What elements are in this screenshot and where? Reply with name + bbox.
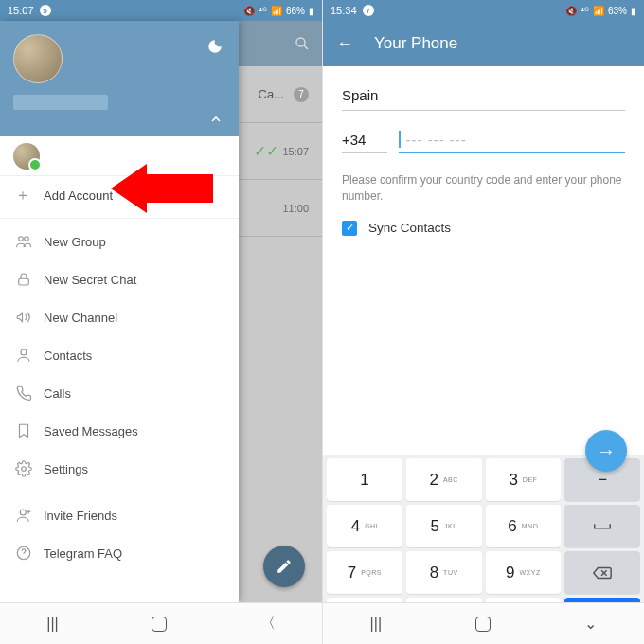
battery-icon: ▮ [631, 6, 636, 16]
system-navbar: ||| ⌄ [323, 602, 644, 644]
read-checks-icon: ✓✓ [254, 142, 278, 160]
phone-number-field[interactable]: --- --- --- [399, 126, 625, 153]
key-space[interactable] [564, 505, 640, 547]
drawer-item-label: New Group [44, 235, 106, 249]
highlight-arrow [147, 174, 213, 206]
drawer-item-new-channel[interactable]: New Channel [0, 298, 239, 336]
svg-point-3 [25, 237, 29, 242]
avatar[interactable] [13, 34, 63, 83]
drawer-item-calls[interactable]: Calls [0, 374, 239, 412]
bookmark-icon [15, 422, 44, 439]
drawer-item-label: New Secret Chat [44, 273, 136, 287]
sync-label: Sync Contacts [368, 221, 451, 235]
chevron-up-icon[interactable] [208, 112, 224, 127]
back-button[interactable]: 〈 [260, 614, 276, 634]
key-backspace[interactable] [564, 551, 640, 594]
home-button[interactable] [152, 617, 167, 632]
divider [0, 492, 239, 492]
recents-button[interactable]: ||| [370, 616, 382, 633]
helper-text: Please confirm your country code and ent… [342, 172, 625, 206]
key-2[interactable]: 2ABC [406, 458, 482, 501]
help-icon [15, 545, 44, 562]
sync-contacts-row[interactable]: ✓ Sync Contacts [342, 221, 625, 236]
keyboard-dismiss-button[interactable]: ⌄ [584, 615, 597, 633]
phone-form: Spain +34 --- --- --- Please confirm you… [323, 66, 644, 455]
avatar [13, 143, 40, 170]
group-icon [15, 233, 44, 250]
key-1[interactable]: 1 [327, 458, 402, 501]
key-6[interactable]: 6MNO [486, 505, 562, 547]
status-time: 15:07 [8, 5, 34, 16]
checkbox-checked-icon[interactable]: ✓ [342, 221, 357, 236]
country-code-field[interactable]: +34 [342, 127, 387, 153]
status-bar: 15:07 5 🔇 ⁴ᴳ 📶 66% ▮ [0, 0, 322, 21]
signal-bars-icon: 📶 [271, 6, 282, 16]
phone-icon [15, 385, 44, 402]
svg-point-7 [20, 510, 26, 515]
divider [0, 218, 239, 219]
drawer-item-invite-friends[interactable]: Invite Friends [0, 496, 239, 534]
drawer-item-label: Telegram FAQ [44, 546, 122, 561]
status-time: 15:34 [331, 5, 357, 16]
drawer-header [0, 21, 239, 136]
system-navbar: ||| 〈 [0, 602, 322, 644]
mute-icon: 🔇 [565, 6, 577, 16]
page-title: Your Phone [374, 34, 457, 53]
next-fab[interactable]: → [585, 430, 627, 472]
compose-fab[interactable] [263, 546, 305, 587]
add-account-label: Add Account [44, 188, 113, 203]
mute-icon: 🔇 [243, 6, 255, 16]
unread-badge: 7 [294, 87, 309, 102]
night-mode-icon[interactable] [206, 38, 224, 55]
person-icon [15, 347, 44, 364]
app-bar: ← Your Phone [323, 21, 644, 66]
status-bar: 15:34 7 🔇 ⁴ᴳ 📶 63% ▮ [323, 0, 644, 21]
drawer-item-new-secret-chat[interactable]: New Secret Chat [0, 260, 239, 298]
drawer-item-label: Contacts [44, 349, 92, 363]
status-notif-badge: 7 [363, 5, 374, 16]
key-5[interactable]: 5JKL [406, 505, 482, 547]
svg-rect-4 [19, 278, 29, 285]
svg-point-6 [22, 467, 27, 472]
nav-drawer: ＋ Add Account New GroupNew Secret ChatNe… [0, 21, 239, 602]
gear-icon [15, 460, 44, 477]
invite-icon [15, 507, 44, 524]
key-4[interactable]: 4GHI [327, 505, 402, 547]
home-button[interactable] [475, 617, 491, 632]
recents-button[interactable]: ||| [46, 616, 58, 633]
svg-line-1 [304, 45, 308, 49]
key-9[interactable]: 9WXYZ [486, 551, 562, 594]
right-phone: 15:34 7 🔇 ⁴ᴳ 📶 63% ▮ ← Your Phone Spain … [322, 0, 644, 644]
battery-icon: ▮ [309, 6, 314, 16]
drawer-item-contacts[interactable]: Contacts [0, 336, 239, 374]
drawer-item-label: Calls [44, 386, 71, 401]
search-icon[interactable] [294, 35, 311, 52]
battery-level: 66% [286, 6, 305, 16]
lock-icon [15, 271, 44, 288]
svg-point-5 [21, 349, 27, 355]
text-cursor [399, 131, 401, 148]
key-7[interactable]: 7PQRS [327, 551, 402, 594]
svg-point-0 [296, 38, 305, 46]
drawer-item-label: Invite Friends [44, 509, 117, 523]
drawer-item-label: Saved Messages [44, 424, 138, 438]
key-3[interactable]: 3DEF [486, 458, 562, 501]
back-icon[interactable]: ← [336, 34, 353, 54]
signal-bars-icon: 📶 [593, 6, 604, 16]
drawer-item-label: Settings [44, 462, 88, 476]
status-notif-badge: 5 [40, 5, 51, 16]
signal-icon: ⁴ᴳ [581, 6, 589, 16]
drawer-item-label: New Channel [44, 311, 117, 325]
key-8[interactable]: 8TUV [406, 551, 482, 594]
drawer-item-telegram-faq[interactable]: Telegram FAQ [0, 534, 239, 572]
drawer-item-saved-messages[interactable]: Saved Messages [0, 412, 239, 450]
plus-icon: ＋ [15, 186, 44, 206]
country-field[interactable]: Spain [342, 81, 625, 111]
drawer-item-new-group[interactable]: New Group [0, 223, 239, 260]
drawer-item-settings[interactable]: Settings [0, 450, 239, 488]
left-phone: 15:07 5 🔇 ⁴ᴳ 📶 66% ▮ Ca... 7 ✓✓ 15:07 [0, 0, 322, 644]
account-name-redacted [13, 95, 108, 110]
svg-point-2 [19, 237, 24, 242]
megaphone-icon [15, 309, 44, 326]
signal-icon: ⁴ᴳ [259, 6, 267, 16]
